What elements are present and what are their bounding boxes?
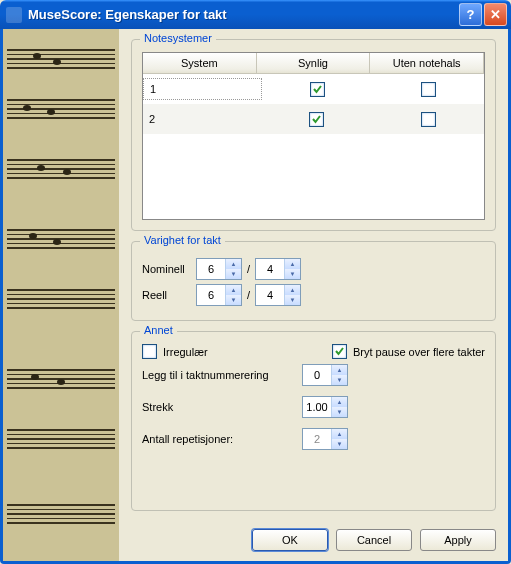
spin-down-icon: ▼ bbox=[332, 439, 347, 449]
spin-up-icon: ▲ bbox=[332, 429, 347, 439]
spin-add-to-barnum[interactable]: ▲▼ bbox=[302, 364, 348, 386]
table-row[interactable]: 2 bbox=[143, 104, 484, 134]
input-stretch[interactable] bbox=[303, 397, 331, 417]
spin-reell-den[interactable]: ▲▼ bbox=[255, 284, 301, 306]
dialog-content: Notesystemer System Synlig Uten notehals… bbox=[0, 29, 511, 564]
checkbox-irregular[interactable] bbox=[142, 344, 157, 359]
ok-button[interactable]: OK bbox=[252, 529, 328, 551]
spin-up-icon[interactable]: ▲ bbox=[226, 285, 241, 295]
cell-system-1[interactable]: 1 bbox=[143, 78, 262, 100]
label-stretch: Strekk bbox=[142, 401, 302, 413]
checkbox-uten-notehals-2[interactable] bbox=[421, 112, 436, 127]
spin-up-icon[interactable]: ▲ bbox=[285, 259, 300, 269]
label-add-to-barnum: Legg til i taktnummerering bbox=[142, 369, 302, 381]
input-nominell-den[interactable] bbox=[256, 259, 284, 279]
label-nominell: Nominell bbox=[142, 263, 196, 275]
title-bar: MuseScore: Egenskaper for takt ? ✕ bbox=[0, 0, 511, 29]
window-title: MuseScore: Egenskaper for takt bbox=[28, 7, 457, 22]
spin-up-icon[interactable]: ▲ bbox=[332, 397, 347, 407]
cell-system-2[interactable]: 2 bbox=[143, 108, 261, 130]
checkbox-break-multi-rest[interactable] bbox=[332, 344, 347, 359]
side-decorative-image bbox=[3, 29, 119, 561]
spin-stretch[interactable]: ▲▼ bbox=[302, 396, 348, 418]
spin-nominell-den[interactable]: ▲▼ bbox=[255, 258, 301, 280]
spin-down-icon[interactable]: ▼ bbox=[332, 407, 347, 417]
slash-separator: / bbox=[247, 289, 250, 301]
input-repeats bbox=[303, 429, 331, 449]
main-panel: Notesystemer System Synlig Uten notehals… bbox=[119, 29, 508, 561]
help-button[interactable]: ? bbox=[459, 3, 482, 26]
label-reell: Reell bbox=[142, 289, 196, 301]
spin-up-icon[interactable]: ▲ bbox=[226, 259, 241, 269]
input-reell-den[interactable] bbox=[256, 285, 284, 305]
th-uten-notehals: Uten notehals bbox=[370, 53, 484, 73]
group-legend-annet: Annet bbox=[140, 324, 177, 336]
group-varighet: Varighet for takt Nominell ▲▼ / ▲▼ Reell… bbox=[131, 241, 496, 321]
spin-down-icon[interactable]: ▼ bbox=[285, 295, 300, 305]
input-nominell-num[interactable] bbox=[197, 259, 225, 279]
app-icon bbox=[6, 7, 22, 23]
spin-down-icon[interactable]: ▼ bbox=[332, 375, 347, 385]
slash-separator: / bbox=[247, 263, 250, 275]
spin-up-icon[interactable]: ▲ bbox=[332, 365, 347, 375]
group-annet: Annet Irregulær Bryt pause over flere ta… bbox=[131, 331, 496, 511]
checkbox-uten-notehals-1[interactable] bbox=[421, 82, 436, 97]
th-system: System bbox=[143, 53, 257, 73]
apply-button[interactable]: Apply bbox=[420, 529, 496, 551]
input-reell-num[interactable] bbox=[197, 285, 225, 305]
spin-down-icon[interactable]: ▼ bbox=[285, 269, 300, 279]
close-button[interactable]: ✕ bbox=[484, 3, 507, 26]
label-break-multi-rest: Bryt pause over flere takter bbox=[353, 346, 485, 358]
group-legend-varighet: Varighet for takt bbox=[140, 234, 225, 246]
spin-up-icon[interactable]: ▲ bbox=[285, 285, 300, 295]
spin-nominell-num[interactable]: ▲▼ bbox=[196, 258, 242, 280]
input-add-to-barnum[interactable] bbox=[303, 365, 331, 385]
label-repeats: Antall repetisjoner: bbox=[142, 433, 302, 445]
checkbox-synlig-2[interactable] bbox=[309, 112, 324, 127]
group-notesystemer: Notesystemer System Synlig Uten notehals… bbox=[131, 39, 496, 231]
th-synlig: Synlig bbox=[257, 53, 371, 73]
staves-table: System Synlig Uten notehals 1 2 bbox=[142, 52, 485, 220]
spin-down-icon[interactable]: ▼ bbox=[226, 295, 241, 305]
dialog-buttons: OK Cancel Apply bbox=[131, 521, 496, 551]
group-legend-notesystemer: Notesystemer bbox=[140, 32, 216, 44]
spin-repeats: ▲▼ bbox=[302, 428, 348, 450]
table-header: System Synlig Uten notehals bbox=[143, 53, 484, 74]
label-irregular: Irregulær bbox=[163, 346, 208, 358]
spin-down-icon[interactable]: ▼ bbox=[226, 269, 241, 279]
spin-reell-num[interactable]: ▲▼ bbox=[196, 284, 242, 306]
table-row[interactable]: 1 bbox=[143, 74, 484, 104]
cancel-button[interactable]: Cancel bbox=[336, 529, 412, 551]
checkbox-synlig-1[interactable] bbox=[310, 82, 325, 97]
